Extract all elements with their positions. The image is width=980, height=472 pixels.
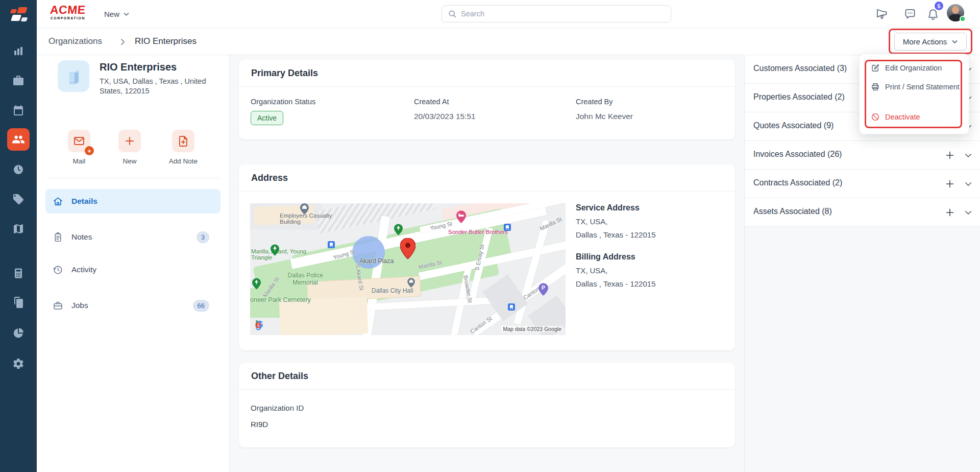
invoice-icon[interactable] <box>12 267 24 279</box>
menu-item-deactivate[interactable]: Deactivate <box>871 112 920 122</box>
tab-notes-label: Notes <box>71 232 92 242</box>
map-attribution: Map data ©2023 Google <box>501 326 563 332</box>
logo-chip <box>21 17 28 21</box>
tab-notes[interactable]: Notes 3 <box>45 225 220 249</box>
printer-icon <box>871 82 880 91</box>
association-row-label: Contracts Associated (2) <box>753 178 842 187</box>
notes-count-badge: 3 <box>197 231 209 243</box>
address-card-title: Address <box>239 164 735 192</box>
more-actions-button[interactable]: More Actions <box>894 33 967 51</box>
map-icon[interactable] <box>12 223 24 235</box>
menu-item-print-send-statement[interactable]: Print / Send Statement <box>871 82 960 91</box>
add-icon[interactable] <box>944 150 955 161</box>
timesheet-icon[interactable] <box>12 163 24 176</box>
briefcase-icon <box>53 300 63 311</box>
menu-item-label: Print / Send Statement <box>885 83 960 91</box>
transit-station-icon <box>504 224 511 231</box>
assets-associated-row[interactable]: Assets Associated (8) <box>745 198 980 227</box>
hotel-marker-icon <box>456 210 466 223</box>
chevron-down-icon[interactable] <box>964 151 973 160</box>
transit-station-icon <box>508 303 515 311</box>
organization-name: RIO Enterprises <box>100 61 177 73</box>
new-button[interactable] <box>118 130 141 152</box>
field-organization-status: Organization Status Active <box>251 98 315 125</box>
logo-chip <box>11 15 21 21</box>
add-icon[interactable] <box>944 207 955 218</box>
status-badge-active: Active <box>251 111 283 125</box>
mail-button[interactable]: + <box>68 130 90 152</box>
chat-icon[interactable] <box>903 8 917 21</box>
map-label: Dallas Police Memorial <box>279 272 332 286</box>
building-icon <box>63 66 84 86</box>
settings-icon[interactable] <box>12 358 24 370</box>
more-actions-label: More Actions <box>903 37 947 46</box>
reports-icon[interactable] <box>12 327 24 339</box>
acme-logo-subtext: CORPORATION <box>50 17 86 20</box>
global-search <box>442 5 671 22</box>
chevron-down-icon <box>123 11 130 17</box>
divider <box>47 178 219 178</box>
billing-address-line: TX, USA, <box>576 266 655 275</box>
megaphone-icon[interactable] <box>875 8 888 21</box>
other-details-title: Other Details <box>239 363 735 390</box>
edit-icon <box>871 63 880 73</box>
search-input[interactable] <box>461 10 665 18</box>
plus-icon <box>124 135 136 147</box>
field-label: Created By <box>576 98 633 106</box>
map-label: oneer Park Cemetery <box>250 296 311 303</box>
activity-history-icon <box>53 265 63 275</box>
new-menu-label: New <box>104 10 119 18</box>
chevron-down-icon[interactable] <box>964 208 973 217</box>
tree-marker-icon <box>252 278 261 290</box>
map-label: Employers Casualty Building <box>280 213 340 225</box>
tags-icon[interactable] <box>12 193 24 205</box>
add-icon[interactable] <box>944 178 955 190</box>
primary-details-card: Primary Details Organization Status Acti… <box>239 60 735 139</box>
mail-plus-badge: + <box>85 146 94 155</box>
map-label: Akard Plaza <box>359 257 394 265</box>
association-row-label: Quotes Associated (9) <box>753 121 834 130</box>
menu-item-label: Edit Organization <box>885 64 942 72</box>
tab-details[interactable]: Details <box>45 189 220 214</box>
association-row-label: Assets Associated (8) <box>753 207 832 216</box>
mail-icon <box>73 135 85 147</box>
zuper-logo-icon[interactable] <box>8 6 30 28</box>
contracts-associated-row[interactable]: Contracts Associated (2) <box>745 170 980 198</box>
google-map[interactable]: P Employers Casualty Building Marilla, A… <box>250 203 566 335</box>
service-address-line: Dallas , Texas - 122015 <box>576 230 655 239</box>
billing-address-line: Dallas , Texas - 122015 <box>576 279 655 288</box>
map-label: Dallas City Hall <box>372 287 413 294</box>
parking-marker-icon: P <box>538 283 548 296</box>
service-address-heading: Service Address <box>576 203 655 213</box>
add-note-button-label: Add Note <box>164 157 203 165</box>
field-label: Created At <box>414 98 476 106</box>
schedule-icon[interactable] <box>12 104 24 116</box>
billing-address-heading: Billing Address <box>576 252 655 262</box>
add-note-button[interactable] <box>172 130 194 152</box>
online-status-dot <box>960 16 966 22</box>
menu-item-edit-organization[interactable]: Edit Organization <box>871 63 942 73</box>
organization-id-label: Organization ID <box>251 404 304 412</box>
tab-jobs-label: Jobs <box>71 301 88 310</box>
analytics-icon[interactable] <box>12 45 24 57</box>
map-label: Marilla, Akard, Young Triangle <box>251 248 308 261</box>
museum-marker-icon <box>407 278 415 288</box>
invoices-associated-row[interactable]: Invoices Associated (26) <box>745 141 980 170</box>
breadcrumb-organizations[interactable]: Organizations <box>48 36 102 46</box>
customers-icon-active[interactable] <box>7 128 30 151</box>
organization-panel: RIO Enterprises TX, USA, Dallas , Texas … <box>37 55 230 472</box>
new-menu-button[interactable]: New <box>104 0 130 28</box>
map-label: Sonder Butler Brothers <box>448 229 508 235</box>
other-details-card: Other Details Organization ID RI9D <box>239 363 735 447</box>
chevron-down-icon[interactable] <box>964 179 973 188</box>
tab-activity[interactable]: Activity <box>45 257 220 282</box>
organization-avatar <box>58 60 89 92</box>
tab-jobs[interactable]: Jobs 66 <box>45 293 220 318</box>
jobs-icon[interactable] <box>12 75 24 87</box>
app-window: ACME CORPORATION New 5 Organizations RIO… <box>0 0 980 472</box>
documents-icon[interactable] <box>12 296 24 309</box>
chevron-right-icon <box>118 38 127 46</box>
location-pin-icon <box>400 238 415 259</box>
tree-marker-icon <box>394 224 403 235</box>
association-row-label: Customers Associated (3) <box>753 64 847 73</box>
